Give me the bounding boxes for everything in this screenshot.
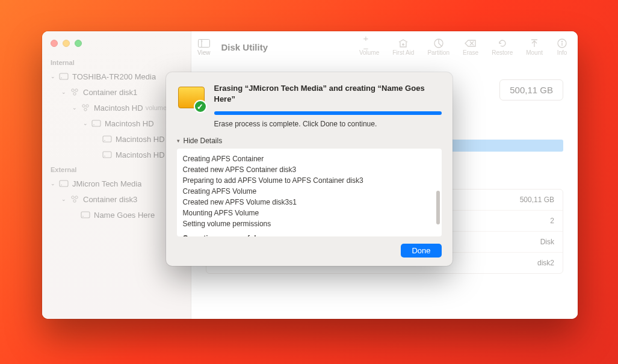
log-line: Setting volume permissions <box>183 218 436 229</box>
status-text: Erase process is complete. Click Done to… <box>214 120 442 128</box>
details-log: Creating APFS ContainerCreated new APFS … <box>177 149 442 236</box>
success-checkmark-icon: ✓ <box>194 100 207 113</box>
log-line: Creating APFS Container <box>183 153 436 164</box>
external-disk-icon: ✓ <box>177 83 206 112</box>
log-line: Created new APFS Volume disk3s1 <box>183 197 436 208</box>
done-button[interactable]: Done <box>401 244 441 258</box>
chevron-down-icon: ▾ <box>177 138 180 144</box>
log-line: Preparing to add APFS Volume to APFS Con… <box>183 175 436 186</box>
log-line: Mounting APFS Volume <box>183 208 436 218</box>
progress-bar <box>214 111 442 115</box>
details-toggle[interactable]: ▾ Hide Details <box>177 137 442 145</box>
scrollbar-thumb[interactable] <box>436 191 440 224</box>
dialog-title: Erasing “JMicron Tech Media” and creatin… <box>214 83 442 104</box>
modal-backdrop: ✓ Erasing “JMicron Tech Media” and creat… <box>0 0 618 364</box>
details-toggle-label: Hide Details <box>184 137 223 145</box>
log-line: Creating APFS Volume <box>183 186 436 197</box>
log-final-line: Operation successful. <box>183 233 436 236</box>
erase-progress-dialog: ✓ Erasing “JMicron Tech Media” and creat… <box>166 72 453 266</box>
log-line: Created new APFS Container disk3 <box>183 164 436 175</box>
